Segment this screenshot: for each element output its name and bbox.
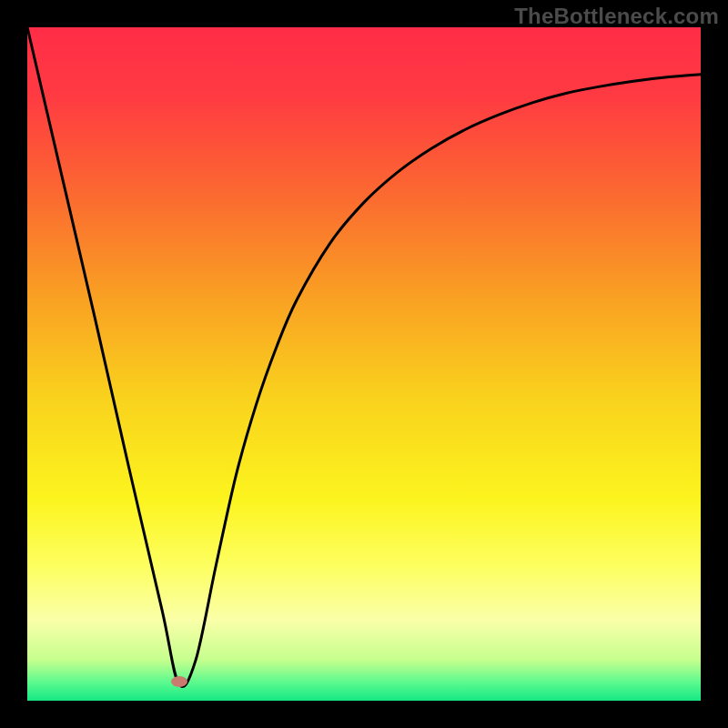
gradient-background <box>27 27 701 701</box>
plot-svg <box>27 27 701 701</box>
watermark-text: TheBottleneck.com <box>514 4 719 29</box>
plot-area <box>27 27 701 701</box>
optimal-marker-icon <box>171 676 187 687</box>
chart-frame: TheBottleneck.com <box>0 0 728 728</box>
